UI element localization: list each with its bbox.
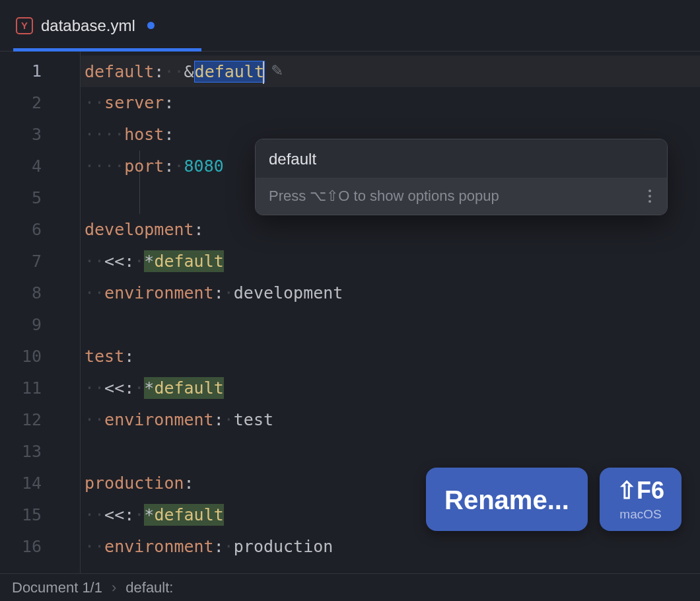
yaml-value: 8080 [184, 157, 224, 176]
code-line[interactable]: ··<<:·*default [81, 372, 700, 404]
line-number: 3 [0, 119, 80, 151]
whitespace-dots: ·· [85, 505, 104, 524]
line-number: 7 [0, 246, 80, 277]
line-number: 6 [0, 214, 80, 246]
yaml-merge-key: << [104, 252, 124, 271]
shortcut-badge: ⇧F6 macOS [600, 468, 682, 531]
line-number: 5 [0, 182, 80, 214]
editor-tab[interactable]: Y database.yml [13, 0, 168, 51]
more-options-icon[interactable] [643, 187, 656, 205]
line-number: 15 [0, 499, 80, 531]
yaml-alias-star: * [144, 378, 154, 398]
line-number: 12 [0, 404, 80, 436]
tab-bar: Y database.yml [0, 0, 700, 52]
whitespace-dots: ···· [85, 157, 124, 176]
yaml-key: default [85, 62, 154, 81]
breadcrumb-path[interactable]: default: [125, 579, 173, 596]
line-number: 8 [0, 277, 80, 309]
whitespace-dots: ·· [164, 62, 184, 81]
breadcrumb: Document 1/1 › default: [0, 573, 700, 601]
whitespace-dots: ·· [85, 93, 104, 112]
yaml-alias: default [154, 505, 223, 524]
yaml-alias: default [154, 252, 223, 271]
tip-badges: Rename... ⇧F6 macOS [426, 468, 682, 531]
whitespace-dots: ·· [85, 537, 104, 556]
rename-popup: default Press ⌥⇧O to show options popup [255, 139, 668, 215]
pencil-icon: ✎ [271, 54, 283, 86]
breadcrumb-document[interactable]: Document 1/1 [12, 579, 102, 596]
tab-filename: database.yml [41, 17, 135, 35]
code-line[interactable] [81, 436, 700, 468]
whitespace-dots: ···· [85, 125, 124, 144]
code-line[interactable]: ··environment:·test [81, 404, 700, 436]
yaml-merge-key: << [104, 378, 124, 398]
yaml-value: test [234, 410, 273, 429]
whitespace-dots: ·· [85, 378, 104, 398]
whitespace-dots: ·· [85, 252, 104, 271]
line-number: 16 [0, 531, 80, 563]
whitespace-dots: ·· [85, 410, 104, 429]
code-line[interactable]: test: [81, 341, 700, 372]
yaml-key: port [124, 157, 164, 176]
rename-hint-bar: Press ⌥⇧O to show options popup [256, 178, 667, 215]
line-number: 2 [0, 87, 80, 119]
yaml-merge-key: << [104, 505, 124, 524]
yaml-key: server [104, 93, 164, 112]
yaml-alias: default [154, 378, 223, 398]
yaml-key: development [85, 220, 194, 239]
code-line[interactable]: ··environment:·development [81, 277, 700, 309]
rename-target-anchor[interactable]: default [194, 61, 265, 83]
code-line[interactable]: ··<<:·*default [81, 246, 700, 277]
yaml-value: development [234, 283, 343, 302]
modified-indicator-icon [147, 22, 155, 29]
line-number: 13 [0, 436, 80, 468]
code-line[interactable]: ··environment:·production [81, 531, 700, 563]
yaml-anchor-amp: & [184, 62, 194, 81]
line-number: 14 [0, 468, 80, 499]
code-line[interactable] [81, 309, 700, 341]
chevron-right-icon: › [112, 579, 116, 596]
rename-input[interactable]: default [256, 139, 667, 178]
line-number: 10 [0, 341, 80, 372]
code-line[interactable]: ··server: [81, 87, 700, 119]
shortcut-key: ⇧F6 [617, 477, 664, 505]
text-caret [263, 61, 264, 84]
yaml-alias-star: * [144, 252, 154, 271]
line-number: 9 [0, 309, 80, 341]
line-number: 1 [0, 55, 80, 87]
yaml-key: environment [104, 283, 214, 302]
line-number: 11 [0, 372, 80, 404]
rename-hint-text: Press ⌥⇧O to show options popup [269, 188, 499, 205]
rename-action-badge[interactable]: Rename... [426, 468, 588, 531]
whitespace-dots: ·· [85, 283, 104, 302]
yaml-alias-star: * [144, 505, 154, 524]
shortcut-os: macOS [619, 507, 661, 522]
yaml-key: environment [104, 410, 214, 429]
line-number: 4 [0, 151, 80, 182]
yaml-key: production [85, 474, 184, 493]
yaml-key: environment [104, 537, 214, 556]
code-area[interactable]: default:··&default✎ ··server: ····host: … [81, 52, 700, 573]
yaml-key: host [124, 125, 164, 144]
line-number-gutter: 1 2 3 4 5 6 7 8 9 10 11 12 13 14 15 16 [0, 52, 81, 573]
yaml-value: production [234, 537, 333, 556]
code-line[interactable]: default:··&default✎ [81, 55, 700, 87]
code-editor[interactable]: 1 2 3 4 5 6 7 8 9 10 11 12 13 14 15 16 d… [0, 52, 700, 573]
code-line[interactable]: development: [81, 214, 700, 246]
yaml-key: test [85, 347, 124, 366]
yaml-file-icon: Y [16, 17, 33, 34]
